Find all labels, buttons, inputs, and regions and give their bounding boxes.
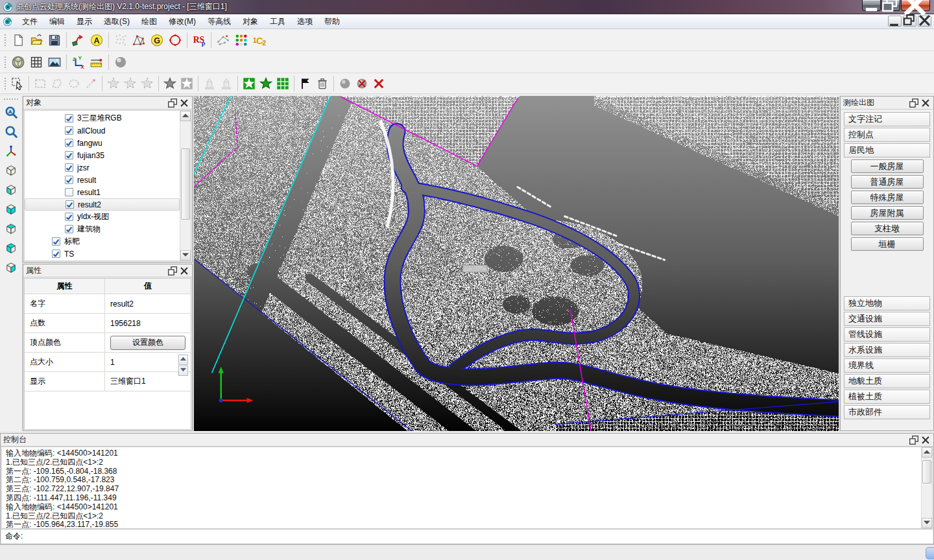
menu-item-1[interactable]: 编辑	[43, 14, 71, 29]
checkbox-checked[interactable]	[65, 163, 73, 172]
3d-viewport[interactable]	[194, 96, 839, 431]
checkbox-checked[interactable]	[65, 126, 73, 135]
checkbox-checked[interactable]	[52, 250, 60, 258]
select-circle-button[interactable]	[66, 75, 82, 92]
menu-item-5[interactable]: 修改(M)	[163, 14, 202, 29]
category-bar-独立地物[interactable]: 独立地物	[844, 296, 930, 310]
tree-item-fangwu[interactable]: fangwu	[25, 137, 180, 149]
trash-button[interactable]	[314, 75, 331, 92]
star-dashed-2-button[interactable]	[122, 75, 139, 92]
console-scrollbar[interactable]	[921, 447, 932, 528]
select-line-button[interactable]	[82, 75, 99, 92]
scroll-down-button[interactable]	[180, 250, 191, 261]
star-dashed-3-button[interactable]	[139, 75, 156, 92]
menu-item-8[interactable]: 工具	[264, 14, 291, 29]
menu-item-7[interactable]: 对象	[237, 14, 264, 29]
close-button[interactable]	[901, 0, 930, 11]
tree-item-result1[interactable]: result1	[25, 186, 180, 198]
category-bar-居民地[interactable]: 居民地	[844, 143, 930, 158]
grid-button[interactable]	[27, 53, 45, 71]
tree-item-allCloud[interactable]: allCloud	[25, 124, 180, 137]
save-button[interactable]	[45, 31, 64, 49]
minimize-button[interactable]	[862, 0, 881, 11]
select-polygon-button[interactable]	[49, 75, 66, 92]
checkbox-checked[interactable]	[66, 200, 74, 209]
tree-item-yldx-视图[interactable]: yldx-视图	[25, 211, 180, 223]
checkbox-checked[interactable]	[65, 225, 73, 233]
tree-item-result[interactable]: result	[25, 174, 180, 186]
console-scroll-thumb[interactable]	[922, 460, 931, 484]
objects-float-button[interactable]	[167, 99, 178, 108]
menu-item-10[interactable]: 帮助	[318, 14, 346, 29]
zoom-a-button[interactable]: A	[3, 104, 19, 120]
mapping-close-button[interactable]	[920, 99, 931, 108]
checkbox-checked[interactable]	[65, 114, 73, 122]
select-rect-button[interactable]	[32, 75, 49, 92]
mdi-restore-button[interactable]	[903, 16, 916, 27]
sphere-gray-button[interactable]	[337, 75, 353, 92]
sphere-button[interactable]	[112, 53, 130, 71]
checkbox-checked[interactable]	[65, 151, 73, 159]
menu-item-2[interactable]: 显示	[71, 14, 98, 29]
maximize-button[interactable]	[881, 0, 900, 11]
view-cube-2-button[interactable]	[3, 182, 19, 198]
points-gray-button[interactable]	[112, 31, 130, 49]
category-bar-文字注记[interactable]: 文字注记	[844, 112, 930, 126]
command-input-row[interactable]: 命令:	[1, 529, 933, 543]
image-button[interactable]	[45, 53, 64, 71]
tower-2-button[interactable]	[218, 75, 235, 92]
category-bar-交通设施[interactable]: 交通设施	[844, 312, 930, 326]
mdi-minimize-button[interactable]	[888, 16, 902, 27]
checkbox-checked[interactable]	[65, 213, 73, 221]
category-bar-控制点[interactable]: 控制点	[844, 128, 930, 142]
circle-o-button[interactable]	[166, 31, 184, 49]
objects-close-button[interactable]	[179, 99, 189, 108]
feature-button-垣栅[interactable]: 垣栅	[851, 237, 924, 251]
point-cloud-canvas[interactable]	[194, 96, 839, 431]
star-cut-button[interactable]	[178, 75, 195, 92]
toolbar-grip[interactable]	[3, 97, 19, 101]
mesh-button[interactable]	[130, 31, 148, 49]
feature-button-特殊房屋[interactable]: 特殊房屋	[851, 191, 924, 204]
category-bar-植被土质[interactable]: 植被土质	[844, 390, 930, 404]
star-green-cut-button[interactable]	[241, 75, 257, 92]
feature-button-一般房屋[interactable]: 一般房屋	[851, 159, 924, 173]
select-arrow-button[interactable]	[9, 75, 26, 92]
toolbar-grip[interactable]	[3, 55, 7, 69]
view-cube-5-button[interactable]	[3, 240, 19, 256]
checkbox-checked[interactable]	[65, 176, 73, 184]
menu-item-4[interactable]: 绘图	[136, 14, 163, 29]
checkbox-checked[interactable]	[52, 237, 60, 246]
category-bar-境界线[interactable]: 境界线	[844, 358, 930, 373]
mapping-float-button[interactable]	[909, 99, 919, 108]
color-grid-button[interactable]	[232, 31, 250, 49]
scroll-thumb[interactable]	[181, 148, 190, 220]
delete-x-button[interactable]	[370, 75, 387, 92]
tree-item-TS[interactable]: TS	[25, 248, 180, 260]
properties-float-button[interactable]	[167, 266, 178, 275]
console-scroll-up-button[interactable]	[922, 447, 932, 458]
tree-item-标靶[interactable]: 标靶	[25, 235, 180, 248]
star-dashed-1-button[interactable]	[105, 75, 122, 92]
flag-button[interactable]	[297, 75, 314, 92]
circle-g-button[interactable]: G	[148, 31, 166, 49]
tower-1-button[interactable]	[201, 75, 218, 92]
c2-button[interactable]: 1C2	[250, 31, 269, 49]
spinner-up-button[interactable]	[178, 355, 188, 365]
console-float-button[interactable]	[909, 436, 919, 445]
menu-item-0[interactable]: 文件	[16, 14, 43, 29]
checkbox-checked[interactable]	[65, 139, 73, 147]
tree-item-建筑物[interactable]: 建筑物	[25, 223, 180, 235]
console-close-button[interactable]	[920, 436, 931, 445]
feature-button-支柱墩[interactable]: 支柱墩	[851, 222, 924, 235]
objects-scrollbar[interactable]	[180, 111, 191, 261]
view-cube-3-button[interactable]	[3, 202, 19, 217]
new-file-button[interactable]	[9, 31, 27, 49]
set-color-button[interactable]: 设置颜色	[110, 336, 186, 350]
ruler-button[interactable]	[88, 53, 106, 71]
star-green-button[interactable]	[257, 75, 274, 92]
tree-item-jzsr[interactable]: jzsr	[25, 161, 180, 174]
curve-arrow-button[interactable]	[69, 31, 88, 49]
feature-button-房屋附属[interactable]: 房屋附属	[851, 206, 924, 220]
ime-badge[interactable]	[926, 547, 934, 559]
